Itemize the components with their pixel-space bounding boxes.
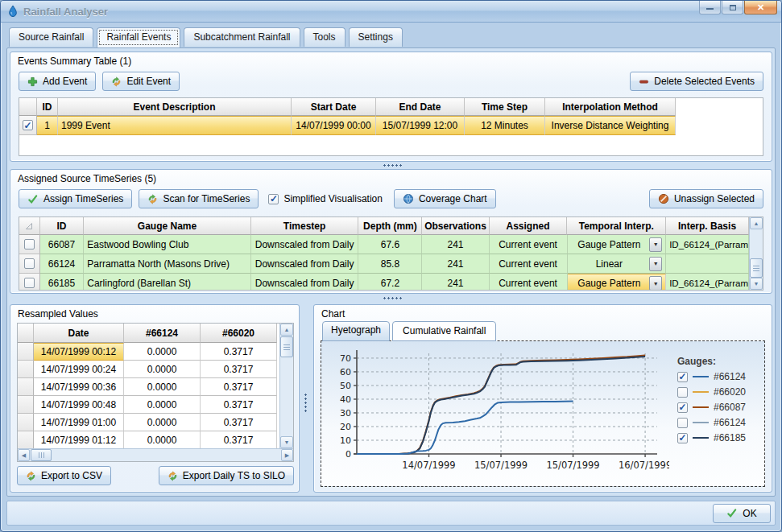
assigned-table-vscrollbar[interactable]: ▲ ▼ bbox=[749, 217, 763, 290]
column-header[interactable]: End Date bbox=[376, 98, 465, 116]
assign-timeseries-button[interactable]: Assign TimeSeries bbox=[19, 189, 132, 208]
cell: 1 bbox=[37, 116, 58, 135]
cell: 0.3717 bbox=[201, 378, 277, 396]
tab-source-rainfall[interactable]: Source Rainfall bbox=[9, 27, 93, 47]
table-row[interactable]: 14/07/1999 00:360.00000.3717 bbox=[18, 378, 279, 396]
resampled-table-hscrollbar[interactable]: ◀ ▶ bbox=[18, 448, 293, 461]
dropdown-arrow-icon[interactable]: ▼ bbox=[649, 257, 662, 271]
scan-for-timeseries-button[interactable]: Scan for TimeSeries bbox=[139, 189, 259, 208]
table-row[interactable]: 14/07/1999 01:120.00000.3717 bbox=[18, 431, 279, 448]
scroll-up-icon[interactable]: ▲ bbox=[750, 217, 763, 229]
row-checkbox[interactable] bbox=[23, 120, 33, 130]
simplified-visualisation-checkbox[interactable] bbox=[268, 194, 279, 204]
table-row[interactable]: 14/07/1999 00:240.00000.3717 bbox=[18, 361, 279, 378]
column-header[interactable]: ID bbox=[37, 98, 58, 116]
table-row[interactable]: 14/07/1999 00:120.00000.3717 bbox=[18, 343, 279, 361]
column-header[interactable]: Interpolation Method bbox=[545, 98, 676, 116]
edit-event-button[interactable]: Edit Event bbox=[102, 72, 180, 91]
column-header[interactable]: Timestep bbox=[251, 217, 359, 235]
scroll-up-icon[interactable]: ▲ bbox=[280, 324, 293, 336]
table-row[interactable]: 66185Carlingford (Barellan St)Downscaled… bbox=[19, 274, 749, 290]
restore-button[interactable] bbox=[722, 1, 743, 14]
tab-tools[interactable]: Tools bbox=[304, 27, 345, 47]
column-header[interactable]: Gauge Name bbox=[84, 217, 251, 235]
chart-group: Chart Hyetograph Cumulative Rainfall 010… bbox=[313, 304, 772, 493]
table-row[interactable]: 14/07/1999 01:000.00000.3717 bbox=[18, 414, 279, 431]
column-header[interactable]: #66020 bbox=[201, 324, 277, 343]
column-header[interactable]: Event Description bbox=[58, 98, 292, 116]
cell: 14/07/1999 00:36 bbox=[34, 378, 124, 396]
column-header[interactable]: ID bbox=[40, 217, 84, 235]
tab-rainfall-events[interactable]: Rainfall Events bbox=[97, 27, 180, 47]
simplified-visualisation-label: Simplified Visualisation bbox=[283, 193, 383, 204]
tab-hyetograph[interactable]: Hyetograph bbox=[322, 321, 390, 341]
scroll-right-icon[interactable]: ▶ bbox=[281, 449, 293, 461]
chart-plot-area: 01020304050607014/07/199915/07/199915/07… bbox=[321, 340, 765, 487]
scrollbar-thumb[interactable] bbox=[31, 449, 52, 461]
table-row[interactable]: 66087Eastwood Bowling ClubDownscaled fro… bbox=[19, 235, 749, 254]
vertical-splitter[interactable] bbox=[304, 393, 308, 414]
cell: 0.3717 bbox=[201, 361, 277, 378]
close-button[interactable]: ✕ bbox=[744, 1, 777, 14]
legend-checkbox[interactable] bbox=[677, 402, 688, 413]
scroll-down-icon[interactable]: ▼ bbox=[750, 278, 763, 290]
export-to-csv-button[interactable]: Export to CSV bbox=[17, 466, 111, 485]
minimize-button[interactable] bbox=[699, 1, 721, 14]
ok-button[interactable]: OK bbox=[713, 504, 771, 523]
row-selector-cell bbox=[19, 235, 40, 254]
scroll-down-icon[interactable]: ▼ bbox=[280, 436, 293, 448]
column-header[interactable]: Interp. Basis bbox=[666, 217, 749, 235]
row-selector-cell bbox=[19, 116, 37, 135]
table-row[interactable]: 66124Parramatta North (Masons Drive)Down… bbox=[19, 254, 749, 274]
dropdown-arrow-icon[interactable]: ▼ bbox=[649, 237, 662, 252]
column-header[interactable]: #66124 bbox=[124, 324, 201, 343]
tab-subcatchment-rainfall[interactable]: Subcatchment Rainfall bbox=[184, 27, 300, 47]
svg-text:60: 60 bbox=[340, 367, 351, 377]
legend-checkbox[interactable] bbox=[677, 418, 688, 428]
tab-settings[interactable]: Settings bbox=[349, 27, 403, 47]
legend-checkbox[interactable] bbox=[677, 372, 688, 382]
row-selector-cell bbox=[19, 274, 40, 290]
column-header[interactable]: Assigned bbox=[490, 217, 568, 235]
column-header[interactable]: Depth (mm) bbox=[358, 217, 422, 235]
scrollbar-thumb[interactable] bbox=[280, 336, 293, 357]
cell: 0.0000 bbox=[124, 343, 201, 361]
cell: 1999 Event bbox=[58, 116, 292, 135]
row-checkbox[interactable] bbox=[24, 239, 35, 250]
refresh-icon bbox=[147, 194, 158, 204]
legend-item: #66124 bbox=[677, 371, 746, 382]
table-row[interactable]: 11999 Event14/07/1999 00:0015/07/1999 12… bbox=[19, 116, 763, 135]
svg-text:15/07/1999: 15/07/1999 bbox=[546, 460, 599, 471]
column-header[interactable]: Time Step bbox=[465, 98, 545, 116]
cell: 241 bbox=[422, 235, 489, 254]
globe-icon bbox=[403, 193, 414, 204]
column-header[interactable]: Observations bbox=[422, 217, 489, 235]
legend-checkbox[interactable] bbox=[677, 387, 688, 398]
unassign-selected-button[interactable]: Unassign Selected bbox=[649, 189, 763, 208]
dropdown-arrow-icon[interactable]: ▼ bbox=[649, 276, 662, 290]
horizontal-splitter[interactable] bbox=[383, 163, 403, 168]
svg-text:20: 20 bbox=[340, 422, 351, 432]
scroll-left-icon[interactable]: ◀ bbox=[18, 449, 30, 461]
row-checkbox[interactable] bbox=[24, 258, 35, 269]
horizontal-splitter-2[interactable] bbox=[383, 296, 403, 301]
export-daily-ts-to-silo-button[interactable]: Export Daily TS to SILO bbox=[159, 466, 294, 485]
row-checkbox[interactable] bbox=[24, 278, 35, 288]
cumulative-rainfall-chart: 01020304050607014/07/199915/07/199915/07… bbox=[323, 343, 669, 485]
resampled-table-vscrollbar[interactable]: ▲ ▼ bbox=[279, 324, 293, 448]
add-event-button[interactable]: Add Event bbox=[19, 72, 96, 91]
temporal-interp-cell: Linear▼ bbox=[568, 254, 667, 274]
column-header[interactable]: Date bbox=[34, 324, 124, 343]
delete-selected-events-button[interactable]: Delete Selected Events bbox=[630, 72, 763, 91]
interp-basis-cell bbox=[666, 254, 749, 274]
coverage-chart-button[interactable]: Coverage Chart bbox=[394, 189, 496, 208]
column-header[interactable]: Start Date bbox=[292, 98, 376, 116]
chart-tab-strip: Hyetograph Cumulative Rainfall bbox=[322, 321, 496, 341]
cell: 0.3717 bbox=[201, 431, 277, 448]
tab-cumulative-rainfall[interactable]: Cumulative Rainfall bbox=[392, 321, 496, 341]
column-header[interactable]: Temporal Interp. bbox=[567, 217, 666, 235]
legend-checkbox[interactable] bbox=[677, 433, 688, 443]
table-row[interactable]: 14/07/1999 00:480.00000.3717 bbox=[18, 396, 279, 414]
scrollbar-thumb[interactable] bbox=[750, 258, 763, 278]
plus-icon bbox=[27, 76, 38, 87]
